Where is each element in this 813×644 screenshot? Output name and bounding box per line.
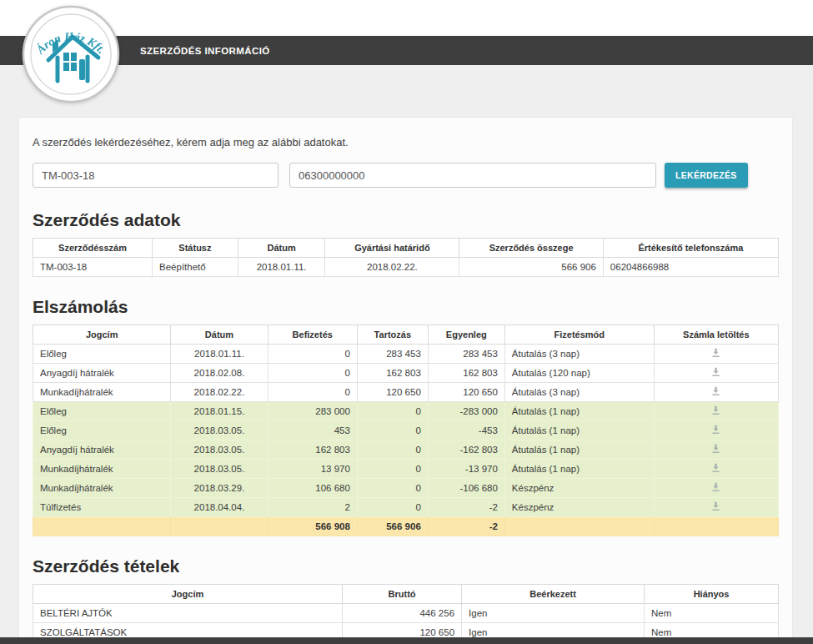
cell-legal-title: Munkadíjhátralék xyxy=(33,383,171,402)
col-header-date: Dátum xyxy=(171,325,268,345)
cell-total-balance: -2 xyxy=(428,517,504,536)
cell-item-missing: Nem xyxy=(645,604,779,623)
col-header-arrived: Beérkezett xyxy=(462,585,645,604)
col-header-contract-number: Szerződésszám xyxy=(33,239,153,258)
col-header-balance: Egyenleg xyxy=(428,325,504,345)
cell-date: 2018.03.29. xyxy=(171,479,268,498)
cell-date: 2018.03.05. xyxy=(171,421,268,440)
cell-debt: 283 453 xyxy=(357,345,428,364)
cell-debt: 120 650 xyxy=(357,383,428,402)
cell-legal-title: Előleg xyxy=(33,402,171,421)
cell-empty xyxy=(171,517,268,536)
settlement-row-paid: Túlfizetés 2018.04.04. 2 0 -2 Készpénz xyxy=(33,498,779,517)
cell-payment: 453 xyxy=(268,421,357,440)
cell-debt: 0 xyxy=(357,498,428,517)
cell-seller-phone: 06204866988 xyxy=(603,258,778,277)
cell-item-gross: 446 256 xyxy=(343,604,462,623)
cell-invoice-download xyxy=(654,498,778,517)
contract-data-header-row: Szerződésszám Státusz Dátum Gyártási hat… xyxy=(33,239,779,258)
settlement-row-paid: Előleg 2018.01.15. 283 000 0 -283 000 Át… xyxy=(33,402,779,421)
col-header-date: Dátum xyxy=(238,239,325,258)
cell-date: 2018.03.05. xyxy=(171,440,268,460)
cell-payment: 2 xyxy=(268,498,357,517)
col-header-status: Státusz xyxy=(153,239,238,258)
cell-empty xyxy=(654,517,778,536)
cell-balance: 120 650 xyxy=(428,383,504,402)
col-header-payment-method: Fizetésmód xyxy=(504,325,654,345)
cell-debt: 162 803 xyxy=(357,364,428,383)
col-header-debt: Tartozás xyxy=(357,325,428,345)
section-title-contract-data: Szerződés adatok xyxy=(33,210,779,230)
cell-debt: 0 xyxy=(357,460,428,479)
col-header-invoice-download: Számla letöltés xyxy=(654,325,778,345)
cell-legal-title: Munkadíjhátralék xyxy=(33,460,171,479)
contract-number-input[interactable] xyxy=(33,163,279,188)
cell-date: 2018.04.04. xyxy=(171,498,268,517)
cell-payment-method: Átutalás (120 nap) xyxy=(504,364,654,383)
cell-total-debt: 566 906 xyxy=(357,517,428,536)
cell-debt: 0 xyxy=(357,402,428,421)
cell-payment-method: Átutalás (3 nap) xyxy=(504,345,654,364)
settlement-row-paid: Anyagdíj hátralék 2018.03.05. 162 803 0 … xyxy=(33,440,779,460)
download-invoice-icon[interactable] xyxy=(710,481,722,493)
cell-status: Beépíthető xyxy=(153,258,238,277)
cell-debt: 0 xyxy=(357,479,428,498)
download-invoice-icon[interactable] xyxy=(710,462,722,474)
cell-date: 2018.02.22. xyxy=(171,383,268,402)
query-submit-button[interactable]: LEKÉRDEZÉS xyxy=(665,163,748,188)
cell-date: 2018.01.11. xyxy=(171,345,268,364)
cell-payment-method: Átutalás (1 nap) xyxy=(504,460,654,479)
cell-legal-title: Anyagdíj hátralék xyxy=(33,440,171,460)
contract-items-table: Jogcím Bruttó Beérkezett Hiányos BELTÉRI… xyxy=(33,584,779,644)
cell-item-arrived: Igen xyxy=(462,604,645,623)
settlement-total-row: 566 908 566 906 -2 xyxy=(33,517,779,536)
download-invoice-icon[interactable] xyxy=(710,347,722,359)
download-invoice-icon[interactable] xyxy=(710,366,722,378)
cell-invoice-download xyxy=(654,345,778,364)
col-header-legal-title: Jogcím xyxy=(33,325,171,345)
cell-balance: 162 803 xyxy=(428,364,504,383)
download-invoice-icon[interactable] xyxy=(710,385,722,397)
cell-date: 2018.01.15. xyxy=(171,402,268,421)
cell-empty xyxy=(504,517,654,536)
content-card: A szerződés lekérdezéséhez, kérem adja m… xyxy=(18,117,793,644)
cell-production-deadline: 2018.02.22. xyxy=(325,258,459,277)
cell-balance: -453 xyxy=(428,421,504,440)
cell-invoice-download xyxy=(654,421,778,440)
download-invoice-icon[interactable] xyxy=(710,405,722,416)
phone-input[interactable] xyxy=(289,163,656,188)
settlement-row-paid: Előleg 2018.03.05. 453 0 -453 Átutalás (… xyxy=(33,421,779,440)
settlement-row-paid: Munkadíjhátralék 2018.03.29. 106 680 0 -… xyxy=(33,479,779,498)
settlement-row: Munkadíjhátralék 2018.02.22. 0 120 650 1… xyxy=(33,383,779,402)
cell-debt: 0 xyxy=(357,440,428,460)
settlement-table: Jogcím Dátum Befizetés Tartozás Egyenleg… xyxy=(33,325,779,536)
navbar: SZERZŐDÉS INFORMÁCIÓ xyxy=(0,36,813,65)
cell-legal-title: Anyagdíj hátralék xyxy=(33,364,171,383)
contract-data-table: Szerződésszám Státusz Dátum Gyártási hat… xyxy=(33,238,779,277)
brand-logo: Áron Ház Kft. xyxy=(21,4,121,104)
cell-balance: -2 xyxy=(428,498,504,517)
cell-payment: 0 xyxy=(268,364,357,383)
settlement-row-paid: Munkadíjhátralék 2018.03.05. 13 970 0 -1… xyxy=(33,460,779,479)
cell-payment-method: Átutalás (1 nap) xyxy=(504,440,654,460)
cell-invoice-download xyxy=(654,460,778,479)
contract-data-row: TM-003-18 Beépíthető 2018.01.11. 2018.02… xyxy=(33,258,779,277)
cell-payment-method: Készpénz xyxy=(504,479,654,498)
cell-legal-title: Előleg xyxy=(33,421,171,440)
col-header-legal-title: Jogcím xyxy=(33,585,343,604)
cell-invoice-download xyxy=(654,440,778,460)
cell-balance: -13 970 xyxy=(428,460,504,479)
settlement-row: Anyagdíj hátralék 2018.02.08. 0 162 803 … xyxy=(33,364,779,383)
cell-invoice-download xyxy=(654,383,778,402)
footer-bar xyxy=(0,637,813,644)
col-header-missing: Hiányos xyxy=(645,585,779,604)
download-invoice-icon[interactable] xyxy=(710,501,722,512)
cell-balance: -106 680 xyxy=(428,479,504,498)
section-title-contract-items: Szerződés tételek xyxy=(33,556,779,576)
cell-payment: 162 803 xyxy=(268,440,357,460)
download-invoice-icon[interactable] xyxy=(710,424,722,435)
cell-debt: 0 xyxy=(357,421,428,440)
cell-payment: 106 680 xyxy=(268,479,357,498)
cell-balance: -283 000 xyxy=(428,402,504,421)
download-invoice-icon[interactable] xyxy=(710,443,722,455)
